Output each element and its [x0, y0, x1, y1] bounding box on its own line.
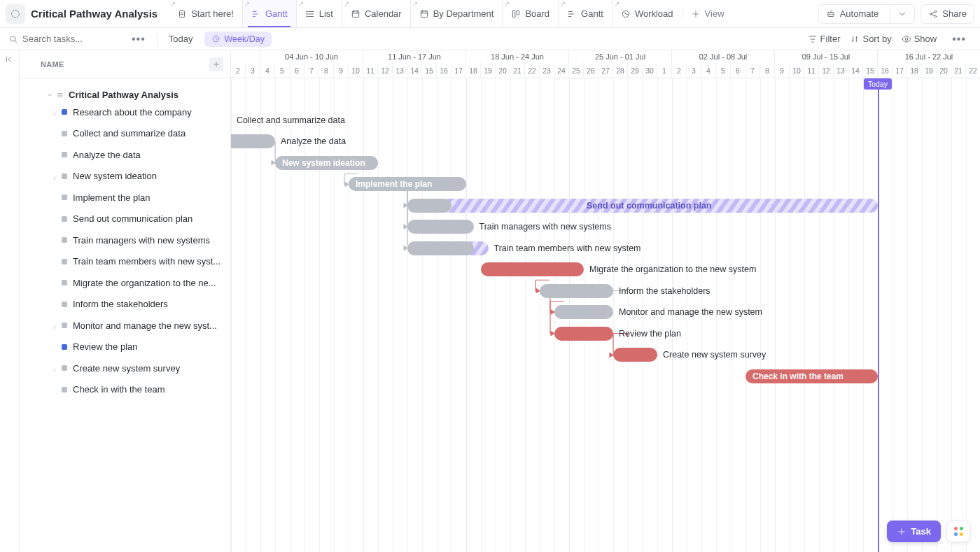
grid-icon: [954, 527, 963, 536]
calendar-icon: [419, 9, 429, 19]
view-tab-workload[interactable]: Workload: [612, 0, 682, 27]
gantt-bar[interactable]: Check in with the team: [746, 369, 878, 383]
search-options-button[interactable]: •••: [126, 33, 151, 45]
week-cell: 16 Jul - 22 Jul: [878, 50, 980, 63]
search-input[interactable]: [22, 34, 106, 44]
gantt-row: Send out communication plan: [231, 195, 980, 217]
gantt-bar[interactable]: [613, 348, 657, 362]
share-button[interactable]: Share: [920, 4, 974, 24]
bar-label: Train managers with new systems: [479, 220, 612, 234]
add-view-button[interactable]: View: [682, 8, 733, 19]
apps-button[interactable]: [946, 521, 970, 542]
gantt-body[interactable]: Collect and summarize dataAnalyze the da…: [231, 78, 980, 552]
today-button[interactable]: Today: [163, 34, 199, 44]
task-row[interactable]: Create new system survey: [20, 358, 230, 379]
task-row[interactable]: Analyze the data: [20, 144, 230, 166]
chevron-right-icon[interactable]: [52, 365, 59, 371]
day-cell: 23: [540, 63, 554, 78]
add-column-button[interactable]: [209, 57, 223, 71]
day-cell: 13: [834, 63, 848, 78]
day-cell: 22: [966, 63, 980, 78]
view-tab-gantt[interactable]: Gantt: [558, 0, 612, 27]
zoom-selector[interactable]: Week/Day: [204, 31, 272, 47]
task-row[interactable]: Inform the stakeholders: [20, 294, 230, 316]
day-cell: 11: [804, 63, 819, 78]
task-row[interactable]: New system ideation: [20, 166, 230, 187]
chevron-right-icon[interactable]: [52, 322, 59, 329]
view-label: List: [319, 8, 333, 19]
pin-icon: [560, 1, 566, 7]
day-cell: 21: [951, 63, 966, 78]
gantt-bar[interactable]: New system ideation: [275, 156, 378, 170]
day-cell: 14: [407, 63, 422, 78]
gantt-bar[interactable]: [407, 199, 451, 213]
search-wrap[interactable]: [8, 34, 120, 44]
task-row[interactable]: Collect and summarize data: [20, 123, 230, 145]
space-title[interactable]: Critical Pathway Analysis: [31, 8, 158, 20]
day-cell: 13: [393, 63, 407, 78]
dependency-connector: [549, 267, 564, 337]
day-cell: 30: [643, 63, 657, 78]
day-cell: 3: [246, 63, 260, 78]
task-label: Train managers with new systems: [73, 235, 210, 246]
automate-dropdown[interactable]: [890, 5, 914, 23]
task-row[interactable]: Send out communication plan: [20, 208, 230, 230]
task-row[interactable]: Migrate the organization to the ne...: [20, 272, 230, 294]
view-tab-calendar[interactable]: Calendar: [342, 0, 410, 27]
list-icon: [305, 9, 315, 19]
view-more-button[interactable]: •••: [946, 33, 972, 45]
gantt-bar[interactable]: [540, 284, 613, 298]
task-label: New system ideation: [73, 171, 157, 181]
collapse-sidebar-button[interactable]: [0, 50, 20, 552]
gantt-bar[interactable]: [554, 305, 613, 319]
view-label: Calendar: [365, 8, 402, 19]
gantt-bar[interactable]: [554, 327, 613, 341]
automate-button[interactable]: Automate: [818, 4, 916, 24]
dependency-connector: [402, 181, 417, 251]
bar-label: Monitor and manage the new system: [619, 305, 762, 319]
view-tab-list[interactable]: List: [296, 0, 342, 27]
plus-icon: [212, 60, 220, 69]
gantt-bar[interactable]: [407, 241, 474, 255]
group-title: Critical Pathway Analysis: [69, 90, 178, 100]
robot-icon: [826, 9, 836, 19]
space-avatar[interactable]: [6, 4, 25, 24]
bar-label: Train team members with new system: [494, 241, 641, 255]
gantt-bar[interactable]: Implement the plan: [349, 177, 466, 191]
loading-icon: [10, 8, 21, 20]
status-icon: [62, 280, 67, 285]
task-label: Train team members with new syst...: [73, 256, 220, 267]
gantt-area[interactable]: 04 Jun - 10 Jun11 Jun - 17 Jun18 Jun - 2…: [231, 50, 980, 552]
task-row[interactable]: Implement the plan: [20, 187, 230, 208]
chevron-right-icon[interactable]: [52, 173, 59, 180]
group-row[interactable]: Critical Pathway Analysis: [20, 88, 230, 101]
chevron-down-icon[interactable]: [46, 92, 53, 99]
day-cell: 21: [510, 63, 525, 78]
gantt-row: Monitor and manage the new system: [231, 302, 980, 323]
task-row[interactable]: Monitor and manage the new syst...: [20, 315, 230, 337]
gantt-bar[interactable]: [231, 134, 275, 148]
sort-button[interactable]: Sort by: [850, 34, 891, 44]
bar-label: Create new system survey: [663, 348, 766, 362]
view-tab-board[interactable]: Board: [502, 0, 558, 27]
gantt-row: Analyze the data: [231, 131, 980, 153]
task-row[interactable]: Review the plan: [20, 337, 230, 358]
day-cell: 10: [349, 63, 363, 78]
view-tab-by-department[interactable]: By Department: [410, 0, 503, 27]
gantt-bar[interactable]: [407, 220, 474, 234]
task-row[interactable]: Train managers with new systems: [20, 229, 230, 251]
show-button[interactable]: Show: [902, 34, 937, 44]
bar-label: Inform the stakeholders: [619, 284, 710, 298]
task-row[interactable]: Research about the company: [20, 101, 230, 123]
task-row[interactable]: Train team members with new syst...: [20, 251, 230, 273]
new-task-button[interactable]: Task: [887, 521, 941, 542]
task-row[interactable]: Check in with the team: [20, 379, 230, 401]
gantt-bar[interactable]: [481, 262, 584, 276]
week-cell: 04 Jun - 10 Jun: [260, 50, 363, 63]
day-cell: 4: [701, 63, 716, 78]
view-tab-start-here-[interactable]: Start here!: [169, 0, 242, 27]
chevron-right-icon[interactable]: [52, 108, 59, 115]
day-cell: 5: [275, 63, 290, 78]
view-tab-gantt[interactable]: Gantt: [242, 0, 296, 27]
filter-button[interactable]: Filter: [808, 34, 841, 44]
